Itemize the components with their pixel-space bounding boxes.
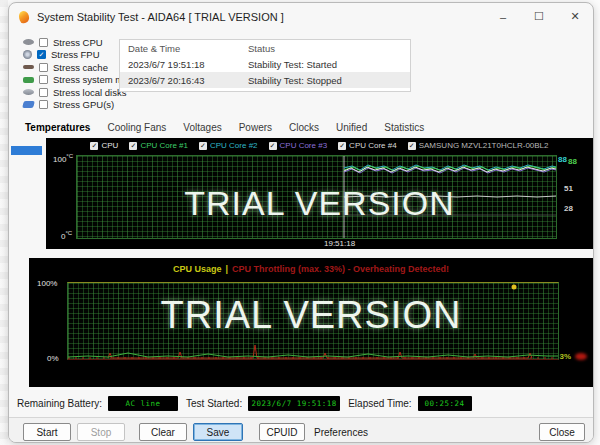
save-button[interactable]: Save: [193, 423, 243, 441]
legend-checkbox[interactable]: ✓: [90, 142, 98, 150]
legend-checkbox[interactable]: ✓: [269, 142, 277, 150]
stress-cache-label: Stress cache: [53, 62, 108, 73]
stability-test-window: System Stability Test - AIDA64 [ TRIAL V…: [8, 2, 594, 443]
legend-checkbox[interactable]: ✓: [129, 142, 137, 150]
start-button[interactable]: Start: [23, 423, 71, 441]
graph-tabs: Temperatures Cooling Fans Voltages Power…: [23, 121, 426, 134]
legend-checkbox[interactable]: ✓: [199, 142, 207, 150]
fpu-icon: [23, 50, 32, 59]
maximize-button[interactable]: ☐: [521, 3, 557, 30]
tab-unified[interactable]: Unified: [334, 121, 369, 134]
test-started-value: 2023/6/7 19:51:18: [248, 396, 340, 411]
tab-powers[interactable]: Powers: [237, 121, 274, 134]
gpu-icon: [22, 101, 35, 108]
close-icon[interactable]: ✕: [557, 3, 593, 30]
elapsed-time-value: 00:25:24: [418, 396, 472, 411]
blue-indicator-bar: [11, 146, 42, 155]
legend-cpu-core-4[interactable]: ✓CPU Core #4: [338, 141, 397, 150]
stress-cpu-checkbox[interactable]: [39, 38, 48, 47]
log-row[interactable]: 2023/6/7 19:51:18 Stability Test: Starte…: [120, 56, 410, 72]
legend-cpu[interactable]: ✓CPU: [90, 141, 118, 150]
legend-samsung-ssd[interactable]: ✓SAMSUNG MZVL21T0HCLR-00BL2: [408, 141, 549, 150]
tab-statistics[interactable]: Statistics: [382, 121, 426, 134]
legend-cpu-core-2[interactable]: ✓CPU Core #2: [199, 141, 258, 150]
red-marker-blob: [575, 353, 587, 360]
current-value-cyan: 88: [558, 155, 567, 164]
memory-icon: [23, 77, 34, 83]
status-bar: Remaining Battery: AC line Test Started:…: [9, 392, 593, 414]
log-col-datetime: Date & Time: [120, 43, 248, 54]
stress-gpu-checkbox[interactable]: [39, 100, 48, 109]
stress-fpu-checkbox[interactable]: [37, 50, 46, 59]
tab-clocks[interactable]: Clocks: [287, 121, 321, 134]
page-edge-artifact: [0, 0, 8, 445]
stress-disks-checkbox[interactable]: [39, 88, 48, 97]
stress-gpu-option[interactable]: Stress GPU(s): [23, 99, 136, 112]
footer: Start Stop Clear Save CPUID Preferences …: [9, 418, 593, 443]
throttle-dot: [512, 285, 517, 290]
cpu-usage-graph: CPU Usage|CPU Throttling (max. 33%) - Ov…: [29, 258, 593, 387]
disk-icon: [23, 89, 34, 95]
clear-button[interactable]: Clear: [139, 423, 187, 441]
log-row-datetime: 2023/6/7 19:51:18: [120, 59, 248, 70]
cache-icon: [23, 65, 34, 69]
cpuid-button[interactable]: CPUID: [259, 423, 305, 441]
time-marker-label: 19:51:18: [324, 239, 355, 248]
page: System Stability Test - AIDA64 [ TRIAL V…: [0, 0, 600, 445]
log-row[interactable]: 2023/6/7 20:16:43 Stability Test: Stoppe…: [120, 72, 410, 88]
stress-cpu-label: Stress CPU: [53, 37, 103, 48]
temperature-graph: ✓CPU ✓CPU Core #1 ✓CPU Core #2 ✓CPU Core…: [46, 138, 593, 249]
stress-disks-label: Stress local disks: [53, 87, 126, 98]
log-header: Date & Time Status: [120, 40, 410, 56]
tab-voltages[interactable]: Voltages: [181, 121, 223, 134]
log-row-datetime: 2023/6/7 20:16:43: [120, 75, 248, 86]
event-log[interactable]: Date & Time Status 2023/6/7 19:51:18 Sta…: [119, 39, 411, 92]
stop-button[interactable]: Stop: [77, 423, 125, 441]
log-row-status: Stability Test: Started: [248, 59, 410, 70]
window-title: System Stability Test - AIDA64 [ TRIAL V…: [37, 11, 284, 23]
cpu-icon: [23, 39, 34, 45]
minimize-button[interactable]: –: [485, 3, 521, 30]
battery-label: Remaining Battery:: [17, 398, 102, 409]
cpu-usage-title: CPU Usage: [173, 264, 222, 274]
y-axis-min-label: 0%: [47, 354, 59, 363]
stress-cache-checkbox[interactable]: [39, 63, 48, 72]
legend-checkbox[interactable]: ✓: [338, 142, 346, 150]
stress-memory-checkbox[interactable]: [39, 75, 48, 84]
title-bar[interactable]: System Stability Test - AIDA64 [ TRIAL V…: [9, 3, 593, 30]
log-row-status: Stability Test: Stopped: [248, 75, 410, 86]
tab-temperatures[interactable]: Temperatures: [23, 121, 92, 134]
current-usage-value: 3%: [559, 352, 571, 361]
elapsed-time-label: Elapsed Time:: [348, 398, 411, 409]
usage-graph-header: CPU Usage|CPU Throttling (max. 33%) - Ov…: [29, 264, 593, 274]
flame-icon: [17, 9, 30, 24]
y-axis-min-label: 0°C: [61, 230, 72, 241]
trial-watermark: TRIAL VERSION: [29, 294, 593, 337]
stress-fpu-label: Stress FPU: [51, 49, 100, 60]
stress-gpu-label: Stress GPU(s): [53, 99, 114, 110]
temperature-legend: ✓CPU ✓CPU Core #1 ✓CPU Core #2 ✓CPU Core…: [46, 141, 593, 150]
legend-cpu-core-3[interactable]: ✓CPU Core #3: [269, 141, 328, 150]
y-axis-max-label: 100%: [37, 279, 57, 288]
legend-cpu-core-1[interactable]: ✓CPU Core #1: [129, 141, 188, 150]
legend-checkbox[interactable]: ✓: [408, 142, 416, 150]
tab-cooling-fans[interactable]: Cooling Fans: [105, 121, 168, 134]
preferences-button[interactable]: Preferences: [309, 423, 373, 441]
trial-watermark: TRIAL VERSION: [46, 184, 593, 223]
battery-value: AC line: [108, 396, 178, 411]
throttling-warning: CPU Throttling (max. 33%) - Overheating …: [232, 264, 449, 274]
y-axis-max-label: 100°C: [53, 153, 73, 164]
log-col-status: Status: [248, 43, 410, 54]
close-button[interactable]: Close: [539, 423, 585, 441]
current-value-green: 88: [568, 157, 577, 166]
test-started-label: Test Started:: [186, 398, 242, 409]
